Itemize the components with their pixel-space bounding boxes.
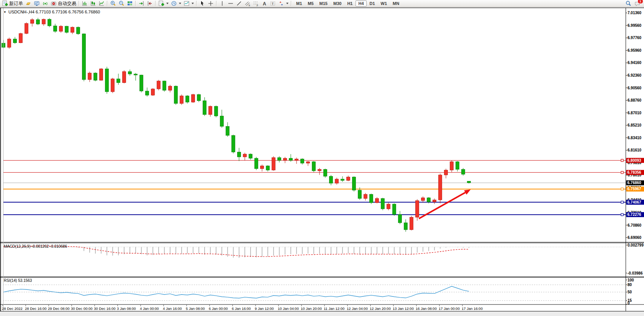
candle-body: [358, 190, 362, 199]
bar-chart-button[interactable]: [80, 0, 89, 7]
zoom-in-button[interactable]: [109, 0, 117, 7]
time-axis-label: 12 Jan 20:00: [370, 306, 391, 311]
timeframe-button-mn[interactable]: MN: [390, 0, 402, 7]
cursor-icon: [199, 0, 205, 7]
periods-button[interactable]: [170, 0, 182, 7]
gold-button[interactable]: [24, 0, 33, 7]
candle-body: [341, 179, 344, 181]
horizontal-line-tool[interactable]: [226, 0, 235, 7]
candlestick-icon: [90, 0, 96, 7]
candle-body: [450, 162, 454, 170]
candle-body: [151, 89, 155, 95]
candle-body: [329, 176, 333, 183]
candle-body: [197, 94, 201, 100]
crosshair-tool-button[interactable]: [206, 0, 215, 7]
text-tool[interactable]: A: [260, 0, 269, 7]
tile-windows-button[interactable]: [126, 0, 134, 7]
svg-text:6.78356: 6.78356: [628, 170, 642, 174]
candle-body: [255, 158, 258, 169]
toolbar-separator: [216, 1, 217, 6]
candle-body: [117, 79, 120, 83]
candle-body: [226, 127, 229, 136]
new-order-button[interactable]: 新订单: [1, 0, 24, 7]
rsi-axis-label: 50: [628, 290, 632, 294]
auto-scroll-button[interactable]: [137, 0, 146, 7]
search-icon[interactable]: [625, 0, 631, 7]
autotrading-button[interactable]: 自动交易: [49, 0, 77, 7]
time-axis-label: 29 Dec 08:00: [48, 306, 70, 311]
line-chart-button[interactable]: [97, 0, 106, 7]
line-handle[interactable]: [621, 188, 623, 190]
candle-body: [364, 194, 367, 199]
line-handle[interactable]: [621, 171, 623, 174]
price-badge: 6.72276: [626, 212, 644, 217]
timeframe-button-h1[interactable]: H1: [344, 0, 355, 7]
timeframe-button-m5[interactable]: M5: [305, 0, 316, 7]
line-handle[interactable]: [621, 159, 623, 161]
candle-body: [71, 27, 74, 33]
candle-body: [186, 96, 189, 102]
timeframe-button-w1[interactable]: W1: [378, 0, 390, 7]
candle-body: [404, 223, 408, 230]
vertical-line-tool[interactable]: [218, 0, 226, 7]
candle-body: [272, 158, 275, 170]
zoom-out-button[interactable]: [117, 0, 126, 7]
price-axis-label: 6.92360: [628, 73, 642, 77]
chevron-down-icon: [286, 3, 288, 4]
candle-body: [8, 39, 11, 48]
new-chart-button[interactable]: [157, 0, 170, 7]
line-handle[interactable]: [621, 201, 623, 203]
candle-body: [88, 73, 92, 79]
timeframe-button-m30[interactable]: M30: [331, 0, 344, 7]
candle-body: [306, 162, 310, 163]
candle-body: [318, 170, 321, 171]
time-axis-label: 17 Jan 00:00: [439, 306, 460, 311]
chart-shift-button[interactable]: [146, 0, 154, 7]
time-axis-label: 30 Dec 16:00: [94, 306, 116, 311]
price-badge: 6.76860: [626, 180, 644, 185]
timeframe-button-d1[interactable]: D1: [367, 0, 378, 7]
candle-body: [203, 101, 206, 115]
svg-text:A: A: [263, 1, 266, 7]
timeframe-button-m1[interactable]: M1: [293, 0, 305, 7]
price-axis-label: 6.88760: [628, 98, 642, 102]
rsi-label: RSI(14) 53.1563: [4, 278, 32, 283]
chevron-down-icon: [166, 3, 169, 4]
candle-body: [105, 69, 109, 92]
time-axis-label: 16 Jan 08:00: [416, 306, 437, 311]
svg-text:F: F: [257, 4, 258, 7]
shapes-tool[interactable]: [277, 0, 290, 7]
chart-expander-icon[interactable]: ▼: [3, 10, 6, 14]
price-axis-label: 6.70860: [628, 223, 642, 227]
price-chart[interactable]: 7.013606.995606.977606.959606.941606.923…: [0, 0, 644, 316]
cursor-tool-button[interactable]: [198, 0, 206, 7]
chart-window-button[interactable]: [33, 0, 41, 7]
channel-tool[interactable]: E: [243, 0, 252, 7]
fibonacci-tool[interactable]: F: [252, 0, 260, 7]
notifications-button[interactable]: 1: [634, 0, 641, 7]
timeframe-button-h4[interactable]: H4: [356, 0, 366, 7]
alerts-button[interactable]: [41, 0, 49, 7]
candle-body: [381, 199, 385, 209]
label-tool[interactable]: T: [269, 0, 277, 7]
time-axis-label: 10 Jan 04:00: [278, 306, 299, 311]
candle-body: [111, 79, 115, 92]
price-axis-label: 6.87010: [628, 111, 642, 115]
candlestick-chart-button[interactable]: [89, 0, 97, 7]
candle-body: [347, 177, 350, 181]
timeframe-button-m15[interactable]: M15: [317, 0, 330, 7]
line-handle[interactable]: [621, 214, 623, 216]
time-axis-label: 12 Jan 04:00: [347, 306, 368, 311]
toolbar-right: 1: [625, 0, 644, 7]
time-axis-label: 10 Jan 20:00: [301, 306, 322, 311]
candle-body: [163, 81, 166, 90]
price-axis-label: 6.85210: [628, 123, 642, 127]
svg-text:6.72276: 6.72276: [628, 212, 642, 217]
trendline-tool[interactable]: [235, 0, 243, 7]
price-axis-label: 6.94160: [628, 61, 642, 65]
horizontal-line-icon: [228, 0, 234, 7]
price-axis-label: 6.97760: [628, 36, 642, 40]
candle-body: [31, 20, 34, 23]
templates-button[interactable]: [182, 0, 195, 7]
candle-body: [82, 34, 86, 79]
